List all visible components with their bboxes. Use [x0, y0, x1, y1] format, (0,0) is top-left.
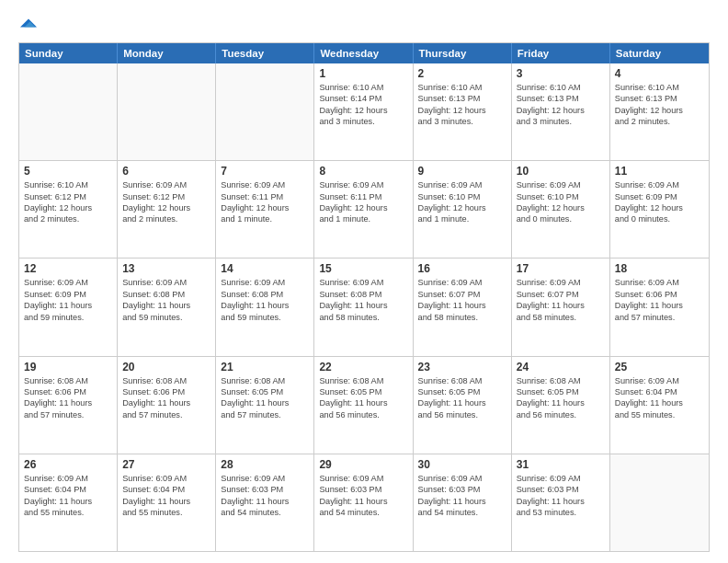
calendar-cell: 20Sunrise: 6:08 AM Sunset: 6:06 PM Dayli…	[118, 357, 216, 454]
day-number: 15	[319, 262, 407, 275]
day-number: 3	[517, 67, 605, 80]
calendar-cell: 26Sunrise: 6:09 AM Sunset: 6:04 PM Dayli…	[19, 454, 118, 551]
day-number: 26	[24, 458, 112, 471]
calendar-week-row: 26Sunrise: 6:09 AM Sunset: 6:04 PM Dayli…	[19, 454, 709, 551]
cell-daylight-info: Sunrise: 6:09 AM Sunset: 6:07 PM Dayligh…	[517, 277, 605, 323]
calendar-cell: 13Sunrise: 6:09 AM Sunset: 6:08 PM Dayli…	[118, 259, 216, 355]
calendar-cell: 14Sunrise: 6:09 AM Sunset: 6:08 PM Dayli…	[216, 259, 314, 355]
day-number: 14	[221, 262, 309, 275]
calendar-cell: 18Sunrise: 6:09 AM Sunset: 6:06 PM Dayli…	[610, 259, 709, 355]
cell-daylight-info: Sunrise: 6:09 AM Sunset: 6:09 PM Dayligh…	[24, 277, 112, 323]
cell-daylight-info: Sunrise: 6:08 AM Sunset: 6:05 PM Dayligh…	[418, 375, 506, 421]
cell-daylight-info: Sunrise: 6:09 AM Sunset: 6:08 PM Dayligh…	[122, 277, 210, 323]
day-number: 5	[24, 165, 112, 178]
calendar: SundayMondayTuesdayWednesdayThursdayFrid…	[18, 42, 710, 552]
calendar-week-row: 5Sunrise: 6:10 AM Sunset: 6:12 PM Daylig…	[19, 160, 709, 258]
calendar-cell: 1Sunrise: 6:10 AM Sunset: 6:14 PM Daylig…	[314, 63, 413, 160]
calendar-week-row: 19Sunrise: 6:08 AM Sunset: 6:06 PM Dayli…	[19, 356, 709, 454]
calendar-cell	[216, 63, 314, 160]
calendar-header-cell: Thursday	[414, 43, 512, 63]
calendar-cell: 3Sunrise: 6:10 AM Sunset: 6:13 PM Daylig…	[512, 63, 610, 160]
calendar-cell: 9Sunrise: 6:09 AM Sunset: 6:10 PM Daylig…	[414, 161, 512, 258]
calendar-cell: 5Sunrise: 6:10 AM Sunset: 6:12 PM Daylig…	[19, 161, 118, 258]
calendar-cell: 29Sunrise: 6:09 AM Sunset: 6:03 PM Dayli…	[314, 454, 413, 551]
page: SundayMondayTuesdayWednesdayThursdayFrid…	[0, 0, 728, 563]
cell-daylight-info: Sunrise: 6:10 AM Sunset: 6:13 PM Dayligh…	[615, 82, 704, 128]
calendar-header-cell: Saturday	[610, 43, 709, 63]
day-number: 22	[319, 361, 407, 373]
calendar-week-row: 1Sunrise: 6:10 AM Sunset: 6:14 PM Daylig…	[19, 63, 709, 160]
calendar-cell: 24Sunrise: 6:08 AM Sunset: 6:05 PM Dayli…	[512, 357, 610, 454]
calendar-cell: 28Sunrise: 6:09 AM Sunset: 6:03 PM Dayli…	[216, 454, 314, 551]
calendar-cell: 7Sunrise: 6:09 AM Sunset: 6:11 PM Daylig…	[216, 161, 314, 258]
calendar-cell	[610, 454, 709, 551]
calendar-cell: 17Sunrise: 6:09 AM Sunset: 6:07 PM Dayli…	[512, 259, 610, 355]
calendar-header-cell: Monday	[118, 43, 216, 63]
day-number: 30	[418, 458, 506, 471]
day-number: 17	[517, 262, 605, 275]
day-number: 27	[122, 458, 210, 471]
calendar-cell: 4Sunrise: 6:10 AM Sunset: 6:13 PM Daylig…	[610, 63, 709, 160]
logo	[18, 15, 37, 33]
cell-daylight-info: Sunrise: 6:09 AM Sunset: 6:07 PM Dayligh…	[418, 277, 506, 323]
calendar-header-row: SundayMondayTuesdayWednesdayThursdayFrid…	[19, 43, 709, 63]
calendar-cell: 15Sunrise: 6:09 AM Sunset: 6:08 PM Dayli…	[314, 259, 413, 355]
cell-daylight-info: Sunrise: 6:09 AM Sunset: 6:08 PM Dayligh…	[221, 277, 309, 323]
cell-daylight-info: Sunrise: 6:09 AM Sunset: 6:04 PM Dayligh…	[24, 473, 112, 519]
calendar-cell: 16Sunrise: 6:09 AM Sunset: 6:07 PM Dayli…	[414, 259, 512, 355]
calendar-cell: 12Sunrise: 6:09 AM Sunset: 6:09 PM Dayli…	[19, 259, 118, 355]
calendar-cell: 6Sunrise: 6:09 AM Sunset: 6:12 PM Daylig…	[118, 161, 216, 258]
calendar-cell: 2Sunrise: 6:10 AM Sunset: 6:13 PM Daylig…	[414, 63, 512, 160]
day-number: 8	[319, 165, 407, 178]
day-number: 4	[615, 67, 704, 80]
calendar-cell: 30Sunrise: 6:09 AM Sunset: 6:03 PM Dayli…	[414, 454, 512, 551]
cell-daylight-info: Sunrise: 6:09 AM Sunset: 6:12 PM Dayligh…	[122, 179, 210, 225]
day-number: 13	[122, 262, 210, 275]
cell-daylight-info: Sunrise: 6:08 AM Sunset: 6:06 PM Dayligh…	[24, 375, 112, 421]
cell-daylight-info: Sunrise: 6:09 AM Sunset: 6:11 PM Dayligh…	[319, 179, 407, 225]
day-number: 31	[517, 458, 605, 471]
calendar-header-cell: Tuesday	[216, 43, 314, 63]
cell-daylight-info: Sunrise: 6:08 AM Sunset: 6:05 PM Dayligh…	[319, 375, 407, 421]
day-number: 18	[615, 262, 704, 275]
cell-daylight-info: Sunrise: 6:09 AM Sunset: 6:04 PM Dayligh…	[615, 375, 704, 421]
day-number: 7	[221, 165, 309, 178]
calendar-cell	[19, 63, 118, 160]
cell-daylight-info: Sunrise: 6:09 AM Sunset: 6:03 PM Dayligh…	[319, 473, 407, 519]
logo-icon	[20, 15, 37, 31]
cell-daylight-info: Sunrise: 6:09 AM Sunset: 6:06 PM Dayligh…	[615, 277, 704, 323]
calendar-cell: 11Sunrise: 6:09 AM Sunset: 6:09 PM Dayli…	[610, 161, 709, 258]
day-number: 21	[221, 361, 309, 373]
calendar-cell: 8Sunrise: 6:09 AM Sunset: 6:11 PM Daylig…	[314, 161, 413, 258]
day-number: 24	[517, 361, 605, 373]
cell-daylight-info: Sunrise: 6:09 AM Sunset: 6:09 PM Dayligh…	[615, 179, 704, 225]
calendar-cell: 25Sunrise: 6:09 AM Sunset: 6:04 PM Dayli…	[610, 357, 709, 454]
cell-daylight-info: Sunrise: 6:10 AM Sunset: 6:13 PM Dayligh…	[418, 82, 506, 128]
cell-daylight-info: Sunrise: 6:09 AM Sunset: 6:10 PM Dayligh…	[418, 179, 506, 225]
calendar-week-row: 12Sunrise: 6:09 AM Sunset: 6:09 PM Dayli…	[19, 258, 709, 355]
cell-daylight-info: Sunrise: 6:09 AM Sunset: 6:11 PM Dayligh…	[221, 179, 309, 225]
cell-daylight-info: Sunrise: 6:10 AM Sunset: 6:12 PM Dayligh…	[24, 179, 112, 225]
day-number: 23	[418, 361, 506, 373]
cell-daylight-info: Sunrise: 6:08 AM Sunset: 6:05 PM Dayligh…	[221, 375, 309, 421]
day-number: 25	[615, 361, 704, 373]
calendar-cell: 21Sunrise: 6:08 AM Sunset: 6:05 PM Dayli…	[216, 357, 314, 454]
cell-daylight-info: Sunrise: 6:09 AM Sunset: 6:08 PM Dayligh…	[319, 277, 407, 323]
cell-daylight-info: Sunrise: 6:08 AM Sunset: 6:05 PM Dayligh…	[517, 375, 605, 421]
cell-daylight-info: Sunrise: 6:09 AM Sunset: 6:10 PM Dayligh…	[517, 179, 605, 225]
day-number: 19	[24, 361, 112, 373]
day-number: 20	[122, 361, 210, 373]
calendar-header-cell: Friday	[512, 43, 610, 63]
day-number: 1	[319, 67, 407, 80]
cell-daylight-info: Sunrise: 6:10 AM Sunset: 6:13 PM Dayligh…	[517, 82, 605, 128]
calendar-cell	[118, 63, 216, 160]
cell-daylight-info: Sunrise: 6:09 AM Sunset: 6:04 PM Dayligh…	[122, 473, 210, 519]
cell-daylight-info: Sunrise: 6:09 AM Sunset: 6:03 PM Dayligh…	[517, 473, 605, 519]
calendar-cell: 22Sunrise: 6:08 AM Sunset: 6:05 PM Dayli…	[314, 357, 413, 454]
day-number: 29	[319, 458, 407, 471]
calendar-cell: 19Sunrise: 6:08 AM Sunset: 6:06 PM Dayli…	[19, 357, 118, 454]
cell-daylight-info: Sunrise: 6:10 AM Sunset: 6:14 PM Dayligh…	[319, 82, 407, 128]
day-number: 12	[24, 262, 112, 275]
calendar-header-cell: Sunday	[19, 43, 118, 63]
header	[18, 15, 710, 33]
